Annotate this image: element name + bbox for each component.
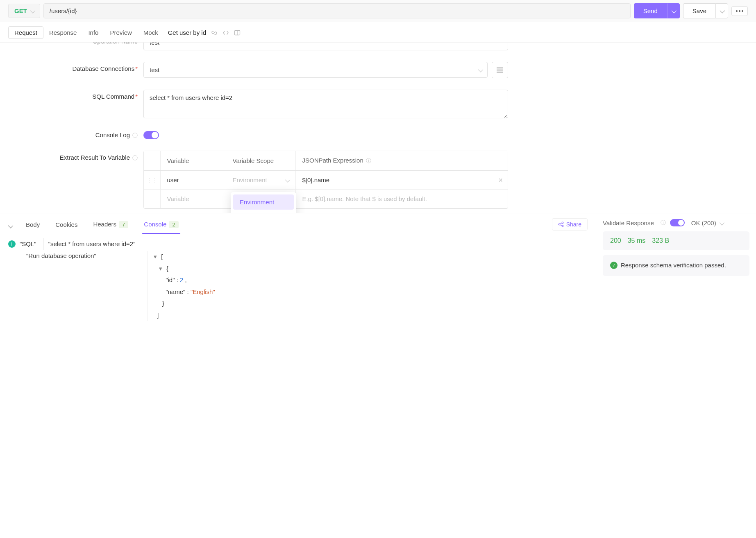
col-jsonpath: JSONPath Expressionⓘ	[295, 151, 508, 171]
extract-result-label: Extract Result To Variable	[60, 154, 130, 161]
code-icon[interactable]	[222, 29, 229, 36]
help-icon[interactable]: ⓘ	[132, 132, 138, 138]
sql-command-label: SQL Command	[92, 93, 134, 100]
tab-mock[interactable]: Mock	[138, 27, 164, 38]
headers-badge: 7	[119, 221, 128, 228]
scope-option-global[interactable]: Global	[233, 210, 294, 213]
http-method-value: GET	[14, 7, 27, 14]
tab-request[interactable]: Request	[8, 26, 43, 39]
scope-dropdown: Environment Global Local	[231, 192, 296, 213]
chevron-down-icon	[285, 176, 289, 183]
tab-cookies[interactable]: Cookies	[54, 219, 79, 234]
tab-body[interactable]: Body	[24, 219, 41, 234]
col-scope: Variable Scope	[226, 151, 295, 171]
help-icon[interactable]: ⓘ	[661, 219, 666, 226]
console-log-label: Console Log	[95, 131, 130, 138]
console-sql-query: "select * from users where id=2"	[43, 238, 136, 250]
console-sql-tag: "SQL"	[20, 238, 36, 250]
info-icon: i	[8, 240, 16, 248]
tab-headers[interactable]: Headers7	[91, 218, 130, 234]
collapse-panel-button[interactable]	[8, 223, 12, 229]
validate-response-toggle[interactable]	[670, 219, 685, 226]
schema-verification-box: ✓ Response schema verification passed.	[603, 255, 749, 276]
operation-name-label: Operation Name	[93, 43, 138, 45]
validate-response-label: Validate Response	[603, 219, 654, 226]
menu-icon	[497, 68, 503, 72]
chevron-down-icon	[720, 219, 723, 226]
table-header-row: Variable Variable Scope JSONPath Express…	[144, 151, 508, 171]
table-row-empty	[144, 190, 508, 208]
more-button[interactable]	[731, 6, 748, 16]
save-dropdown-button[interactable]	[715, 3, 728, 18]
db-connections-label: Database Connections	[72, 65, 134, 72]
url-input[interactable]	[43, 3, 631, 18]
operation-name-input[interactable]	[143, 43, 508, 50]
scope-value: Environment	[233, 176, 267, 183]
share-icon	[558, 222, 564, 227]
table-row: ⋮⋮ Environment ×	[144, 171, 508, 190]
svg-point-7	[562, 225, 563, 227]
schema-message: Response schema verification passed.	[621, 261, 726, 270]
tab-console[interactable]: Console2	[142, 218, 180, 234]
jsonpath-input[interactable]	[296, 171, 508, 189]
db-connections-settings-button[interactable]	[492, 62, 508, 78]
chevron-down-icon	[720, 7, 724, 14]
console-log-toggle[interactable]	[143, 131, 159, 139]
scope-option-environment[interactable]: Environment	[233, 194, 294, 210]
chevron-down-icon	[478, 67, 482, 73]
share-button[interactable]: Share	[552, 218, 588, 231]
status-size: 323 B	[652, 237, 669, 244]
status-time: 35 ms	[628, 237, 646, 244]
help-icon[interactable]: ⓘ	[366, 158, 371, 164]
save-button[interactable]: Save	[683, 3, 715, 18]
tab-info[interactable]: Info	[82, 27, 104, 38]
delete-row-button[interactable]: ×	[498, 176, 503, 184]
console-json: ▾ [ ▾ { "id" : 2 , "name" : "English" } …	[148, 251, 588, 321]
required-star: *	[135, 65, 138, 72]
check-icon: ✓	[610, 262, 618, 269]
drag-handle[interactable]: ⋮⋮	[144, 171, 160, 190]
scope-select[interactable]: Environment	[226, 171, 295, 189]
svg-point-0	[736, 10, 738, 12]
json-caret[interactable]: ▾	[159, 263, 165, 275]
chevron-down-icon	[672, 7, 675, 14]
variable-input-empty[interactable]	[161, 190, 226, 208]
console-badge: 2	[169, 221, 178, 228]
chevron-down-icon	[30, 7, 34, 14]
link-icon[interactable]	[211, 29, 218, 36]
console-output: i "SQL" "select * from users where id=2"…	[0, 234, 596, 325]
send-dropdown-button[interactable]	[667, 3, 680, 18]
sql-command-input[interactable]: select * from users where id=2	[143, 90, 508, 118]
ellipsis-icon	[736, 10, 743, 12]
http-method-select[interactable]: GET	[8, 4, 40, 18]
tab-preview[interactable]: Preview	[104, 27, 137, 38]
jsonpath-input-empty[interactable]	[296, 190, 508, 208]
status-code: 200	[610, 237, 621, 244]
validate-status-select[interactable]: OK (200)	[691, 219, 723, 226]
extract-table: Variable Variable Scope JSONPath Express…	[143, 151, 508, 209]
dual-pane-icon[interactable]	[234, 29, 241, 36]
operation-title: Get user by id	[168, 29, 206, 36]
col-variable: Variable	[160, 151, 226, 171]
tab-response[interactable]: Response	[43, 27, 83, 38]
help-icon[interactable]: ⓘ	[132, 155, 138, 161]
required-star: *	[135, 93, 138, 100]
variable-input[interactable]	[161, 171, 226, 189]
send-button[interactable]: Send	[634, 3, 667, 18]
svg-point-6	[562, 222, 563, 224]
response-status-box: 200 35 ms 323 B	[603, 231, 749, 250]
svg-point-1	[739, 10, 740, 12]
svg-point-2	[742, 10, 743, 12]
db-connections-select[interactable]	[143, 62, 488, 78]
svg-point-5	[558, 224, 560, 225]
json-caret[interactable]: ▾	[154, 251, 159, 263]
